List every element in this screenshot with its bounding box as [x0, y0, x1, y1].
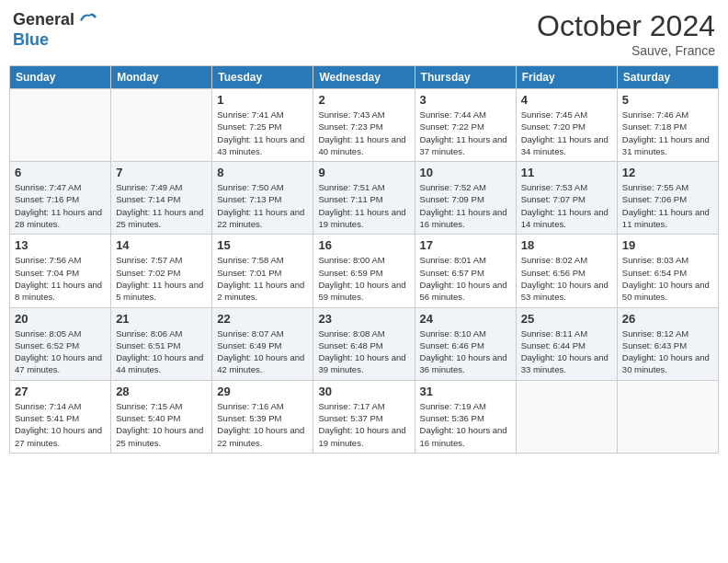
table-row: 8Sunrise: 7:50 AMSunset: 7:13 PMDaylight… — [212, 162, 313, 235]
month-title: October 2024 — [537, 9, 715, 43]
table-row: 9Sunrise: 7:51 AMSunset: 7:11 PMDaylight… — [313, 162, 415, 235]
table-row: 25Sunrise: 8:11 AMSunset: 6:44 PMDayligh… — [516, 307, 617, 380]
day-number: 11 — [521, 166, 612, 179]
day-number: 23 — [318, 312, 409, 326]
table-row — [617, 380, 718, 453]
day-number: 3 — [420, 93, 511, 107]
day-number: 30 — [318, 385, 409, 398]
day-info: Sunrise: 7:52 AMSunset: 7:09 PMDaylight:… — [420, 181, 511, 230]
logo-general: General — [13, 11, 74, 29]
day-number: 13 — [15, 238, 106, 252]
day-number: 6 — [15, 166, 106, 179]
page-header: General Blue October 2024 Sauve, France — [9, 9, 719, 58]
table-row: 20Sunrise: 8:05 AMSunset: 6:52 PMDayligh… — [10, 307, 111, 380]
table-row: 12Sunrise: 7:55 AMSunset: 7:06 PMDayligh… — [617, 162, 718, 235]
day-number: 26 — [622, 312, 713, 326]
table-row: 4Sunrise: 7:45 AMSunset: 7:20 PMDaylight… — [516, 89, 617, 162]
calendar-week-row: 13Sunrise: 7:56 AMSunset: 7:04 PMDayligh… — [10, 235, 719, 307]
table-row — [516, 380, 617, 453]
day-info: Sunrise: 7:50 AMSunset: 7:13 PMDaylight:… — [217, 181, 308, 230]
day-number: 22 — [217, 312, 308, 326]
day-info: Sunrise: 7:51 AMSunset: 7:11 PMDaylight:… — [318, 181, 409, 230]
header-wednesday: Wednesday — [313, 66, 415, 89]
day-number: 14 — [116, 238, 207, 252]
day-info: Sunrise: 7:57 AMSunset: 7:02 PMDaylight:… — [116, 254, 207, 303]
header-monday: Monday — [111, 66, 212, 89]
table-row: 13Sunrise: 7:56 AMSunset: 7:04 PMDayligh… — [10, 235, 111, 307]
table-row — [111, 89, 212, 162]
table-row: 27Sunrise: 7:14 AMSunset: 5:41 PMDayligh… — [10, 380, 111, 453]
table-row: 6Sunrise: 7:47 AMSunset: 7:16 PMDaylight… — [10, 162, 111, 235]
table-row: 21Sunrise: 8:06 AMSunset: 6:51 PMDayligh… — [111, 307, 212, 380]
table-row: 18Sunrise: 8:02 AMSunset: 6:56 PMDayligh… — [516, 235, 617, 307]
header-thursday: Thursday — [415, 66, 516, 89]
table-row: 31Sunrise: 7:19 AMSunset: 5:36 PMDayligh… — [415, 380, 516, 453]
calendar-week-row: 6Sunrise: 7:47 AMSunset: 7:16 PMDaylight… — [10, 162, 719, 235]
day-number: 27 — [15, 385, 106, 398]
table-row: 10Sunrise: 7:52 AMSunset: 7:09 PMDayligh… — [415, 162, 516, 235]
day-number: 4 — [521, 93, 612, 107]
day-number: 8 — [217, 166, 308, 179]
day-info: Sunrise: 8:03 AMSunset: 6:54 PMDaylight:… — [622, 254, 713, 303]
title-section: October 2024 Sauve, France — [537, 9, 715, 58]
day-info: Sunrise: 8:06 AMSunset: 6:51 PMDaylight:… — [116, 327, 207, 376]
table-row: 28Sunrise: 7:15 AMSunset: 5:40 PMDayligh… — [111, 380, 212, 453]
day-info: Sunrise: 8:00 AMSunset: 6:59 PMDaylight:… — [318, 254, 409, 303]
day-number: 24 — [420, 312, 511, 326]
header-friday: Friday — [516, 66, 617, 89]
table-row: 5Sunrise: 7:46 AMSunset: 7:18 PMDaylight… — [617, 89, 718, 162]
day-number: 31 — [420, 385, 511, 398]
day-number: 25 — [521, 312, 612, 326]
day-number: 1 — [217, 93, 308, 107]
day-info: Sunrise: 8:10 AMSunset: 6:46 PMDaylight:… — [420, 327, 511, 376]
logo-icon — [76, 9, 98, 31]
day-info: Sunrise: 8:11 AMSunset: 6:44 PMDaylight:… — [521, 327, 612, 376]
day-number: 20 — [15, 312, 106, 326]
calendar-week-row: 1Sunrise: 7:41 AMSunset: 7:25 PMDaylight… — [10, 89, 719, 162]
table-row: 26Sunrise: 8:12 AMSunset: 6:43 PMDayligh… — [617, 307, 718, 380]
table-row: 29Sunrise: 7:16 AMSunset: 5:39 PMDayligh… — [212, 380, 313, 453]
table-row: 1Sunrise: 7:41 AMSunset: 7:25 PMDaylight… — [212, 89, 313, 162]
table-row: 17Sunrise: 8:01 AMSunset: 6:57 PMDayligh… — [415, 235, 516, 307]
day-info: Sunrise: 7:58 AMSunset: 7:01 PMDaylight:… — [217, 254, 308, 303]
calendar-table: Sunday Monday Tuesday Wednesday Thursday… — [9, 65, 719, 454]
table-row: 19Sunrise: 8:03 AMSunset: 6:54 PMDayligh… — [617, 235, 718, 307]
table-row: 2Sunrise: 7:43 AMSunset: 7:23 PMDaylight… — [313, 89, 415, 162]
day-number: 10 — [420, 166, 511, 179]
day-info: Sunrise: 8:02 AMSunset: 6:56 PMDaylight:… — [521, 254, 612, 303]
day-info: Sunrise: 7:44 AMSunset: 7:22 PMDaylight:… — [420, 109, 511, 157]
table-row: 14Sunrise: 7:57 AMSunset: 7:02 PMDayligh… — [111, 235, 212, 307]
day-info: Sunrise: 8:01 AMSunset: 6:57 PMDaylight:… — [420, 254, 511, 303]
day-info: Sunrise: 7:15 AMSunset: 5:40 PMDaylight:… — [116, 400, 207, 449]
day-number: 19 — [622, 238, 713, 252]
day-number: 7 — [116, 166, 207, 179]
day-info: Sunrise: 7:14 AMSunset: 5:41 PMDaylight:… — [15, 400, 106, 449]
day-info: Sunrise: 8:12 AMSunset: 6:43 PMDaylight:… — [622, 327, 713, 376]
day-number: 29 — [217, 385, 308, 398]
table-row: 15Sunrise: 7:58 AMSunset: 7:01 PMDayligh… — [212, 235, 313, 307]
day-info: Sunrise: 7:46 AMSunset: 7:18 PMDaylight:… — [622, 109, 713, 157]
day-info: Sunrise: 7:53 AMSunset: 7:07 PMDaylight:… — [521, 181, 612, 230]
day-info: Sunrise: 7:43 AMSunset: 7:23 PMDaylight:… — [318, 109, 409, 157]
logo: General Blue — [13, 9, 98, 50]
calendar-week-row: 20Sunrise: 8:05 AMSunset: 6:52 PMDayligh… — [10, 307, 719, 380]
table-row: 7Sunrise: 7:49 AMSunset: 7:14 PMDaylight… — [111, 162, 212, 235]
day-info: Sunrise: 7:47 AMSunset: 7:16 PMDaylight:… — [15, 181, 106, 230]
day-info: Sunrise: 8:05 AMSunset: 6:52 PMDaylight:… — [15, 327, 106, 376]
day-number: 5 — [622, 93, 713, 107]
day-number: 18 — [521, 238, 612, 252]
day-info: Sunrise: 7:45 AMSunset: 7:20 PMDaylight:… — [521, 109, 612, 157]
location: Sauve, France — [537, 43, 715, 58]
day-info: Sunrise: 7:56 AMSunset: 7:04 PMDaylight:… — [15, 254, 106, 303]
table-row: 30Sunrise: 7:17 AMSunset: 5:37 PMDayligh… — [313, 380, 415, 453]
table-row: 23Sunrise: 8:08 AMSunset: 6:48 PMDayligh… — [313, 307, 415, 380]
day-info: Sunrise: 8:08 AMSunset: 6:48 PMDaylight:… — [318, 327, 409, 376]
day-info: Sunrise: 7:55 AMSunset: 7:06 PMDaylight:… — [622, 181, 713, 230]
header-saturday: Saturday — [617, 66, 718, 89]
table-row — [10, 89, 111, 162]
header-tuesday: Tuesday — [212, 66, 313, 89]
day-number: 12 — [622, 166, 713, 179]
day-number: 21 — [116, 312, 207, 326]
day-number: 17 — [420, 238, 511, 252]
day-number: 16 — [318, 238, 409, 252]
